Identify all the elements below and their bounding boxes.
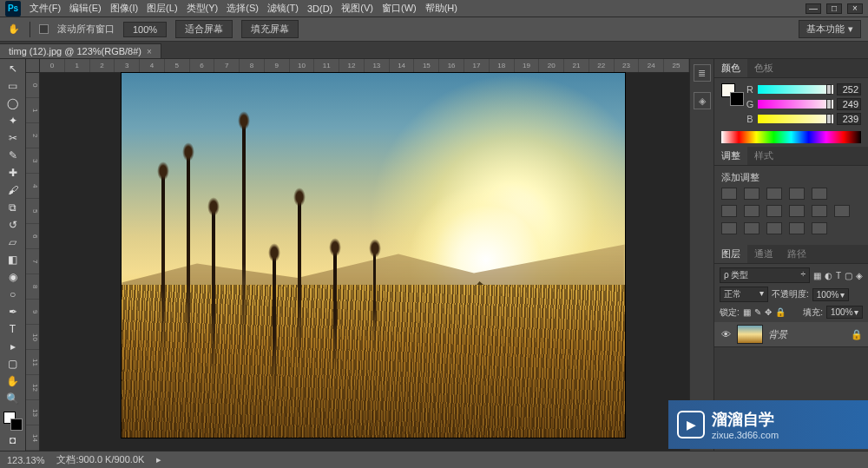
menu-type[interactable]: 类型(Y) xyxy=(187,2,219,15)
visibility-toggle-icon[interactable]: 👁 xyxy=(720,329,732,339)
status-chevron-icon[interactable]: ▸ xyxy=(156,454,161,465)
filter-adjust-icon[interactable]: ◐ xyxy=(825,271,832,280)
shape-tool-icon[interactable]: ▢ xyxy=(3,356,23,372)
menu-3d[interactable]: 3D(D) xyxy=(307,3,332,14)
scroll-all-checkbox[interactable] xyxy=(39,24,49,34)
layer-row-background[interactable]: 👁 背景 🔒 xyxy=(714,322,868,347)
bw-adjust-icon[interactable] xyxy=(766,205,782,217)
eraser-tool-icon[interactable]: ▱ xyxy=(3,234,23,250)
status-zoom[interactable]: 123.13% xyxy=(7,455,44,465)
magic-wand-tool-icon[interactable]: ✦ xyxy=(3,113,23,129)
gradient-map-adjust-icon[interactable] xyxy=(789,222,805,234)
pen-tool-icon[interactable]: ✒ xyxy=(3,304,23,320)
quick-mask-icon[interactable]: ◘ xyxy=(3,432,23,448)
menu-view[interactable]: 视图(V) xyxy=(341,2,373,15)
menu-edit[interactable]: 编辑(E) xyxy=(69,2,102,15)
curves-adjust-icon[interactable] xyxy=(766,188,782,200)
dodge-tool-icon[interactable]: ○ xyxy=(3,287,23,302)
filter-smart-icon[interactable]: ◈ xyxy=(856,271,863,280)
filter-pixel-icon[interactable]: ▦ xyxy=(813,271,821,280)
vibrance-adjust-icon[interactable] xyxy=(812,188,827,200)
exposure-adjust-icon[interactable] xyxy=(789,188,805,200)
layers-panel-tab[interactable]: 图层 xyxy=(714,245,747,263)
menu-image[interactable]: 图像(I) xyxy=(110,2,138,15)
balance-adjust-icon[interactable] xyxy=(744,205,760,217)
window-maximize-button[interactable]: □ xyxy=(826,3,842,14)
invert-adjust-icon[interactable] xyxy=(721,222,737,234)
healing-brush-tool-icon[interactable]: ✚ xyxy=(3,165,23,181)
marquee-tool-icon[interactable]: ▭ xyxy=(3,78,23,94)
fill-screen-button[interactable]: 填充屏幕 xyxy=(241,20,299,38)
threshold-adjust-icon[interactable] xyxy=(766,222,782,234)
zoom-tool-icon[interactable]: 🔍 xyxy=(3,391,23,406)
photo-filter-adjust-icon[interactable] xyxy=(789,205,805,217)
r-value-field[interactable]: 252 xyxy=(837,83,861,96)
paths-panel-tab[interactable]: 路径 xyxy=(780,245,813,263)
workspace-switcher[interactable]: 基本功能▾ xyxy=(799,20,861,38)
b-slider[interactable] xyxy=(758,115,833,123)
color-panel-tab[interactable]: 颜色 xyxy=(714,59,747,77)
filter-shape-icon[interactable]: ▢ xyxy=(845,271,852,280)
clone-stamp-tool-icon[interactable]: ⧉ xyxy=(3,200,23,215)
channel-mixer-adjust-icon[interactable] xyxy=(812,205,827,217)
layer-thumbnail[interactable] xyxy=(737,325,763,344)
canvas-image[interactable] xyxy=(122,73,625,438)
filter-type-icon[interactable]: T xyxy=(836,271,841,280)
channels-panel-tab[interactable]: 通道 xyxy=(747,245,780,263)
menu-window[interactable]: 窗口(W) xyxy=(382,2,417,15)
lock-transparency-icon[interactable]: ▦ xyxy=(743,307,751,317)
selective-color-adjust-icon[interactable] xyxy=(812,222,827,234)
levels-adjust-icon[interactable] xyxy=(744,188,760,200)
ruler-vertical[interactable]: 01234567891011121314 xyxy=(26,73,40,451)
properties-panel-icon[interactable]: ◈ xyxy=(694,92,711,109)
color-swatches-icon[interactable] xyxy=(3,412,23,431)
opacity-field[interactable]: 100%▾ xyxy=(812,288,849,301)
swatches-panel-tab[interactable]: 色板 xyxy=(747,59,780,77)
ruler-origin[interactable] xyxy=(26,59,40,73)
brightness-adjust-icon[interactable] xyxy=(721,188,737,200)
menu-file[interactable]: 文件(F) xyxy=(30,2,61,15)
history-panel-icon[interactable]: ≣ xyxy=(694,64,711,82)
document-tab[interactable]: timg (12).jpg @ 123%(RGB/8#) × xyxy=(0,43,161,58)
path-select-tool-icon[interactable]: ▸ xyxy=(3,339,23,354)
menu-filter[interactable]: 滤镜(T) xyxy=(267,2,299,15)
close-tab-icon[interactable]: × xyxy=(147,47,152,56)
menu-help[interactable]: 帮助(H) xyxy=(425,2,457,15)
styles-panel-tab[interactable]: 样式 xyxy=(747,147,780,165)
lock-position-icon[interactable]: ✥ xyxy=(765,307,772,317)
zoom-level-field[interactable]: 100% xyxy=(123,22,167,37)
color-spectrum[interactable] xyxy=(721,131,861,143)
eyedropper-tool-icon[interactable]: ✎ xyxy=(3,148,23,163)
ruler-horizontal[interactable]: 0123456789101112131415161718192021222324… xyxy=(40,59,689,73)
move-tool-icon[interactable]: ↖ xyxy=(3,61,23,76)
blur-tool-icon[interactable]: ◉ xyxy=(3,269,23,285)
b-value-field[interactable]: 239 xyxy=(837,113,861,125)
window-close-button[interactable]: × xyxy=(847,3,863,14)
layer-filter-type[interactable]: ρ 类型÷ xyxy=(720,267,810,283)
lock-pixels-icon[interactable]: ✎ xyxy=(754,307,761,317)
adjustments-panel-tab[interactable]: 调整 xyxy=(714,147,747,165)
hand-tool-icon[interactable]: ✋ xyxy=(7,23,21,36)
status-doc-size[interactable]: 文档:900.0 K/900.0K xyxy=(56,453,144,466)
hue-adjust-icon[interactable] xyxy=(721,205,737,217)
canvas-area[interactable]: 0123456789101112131415161718192021222324… xyxy=(26,59,689,451)
menu-layer[interactable]: 图层(L) xyxy=(147,2,177,15)
lasso-tool-icon[interactable]: ◯ xyxy=(3,96,23,111)
history-brush-tool-icon[interactable]: ↺ xyxy=(3,217,23,233)
fill-field[interactable]: 100%▾ xyxy=(826,306,863,319)
gradient-tool-icon[interactable]: ◧ xyxy=(3,252,23,267)
menu-select[interactable]: 选择(S) xyxy=(227,2,259,15)
brush-tool-icon[interactable]: 🖌 xyxy=(3,182,23,198)
layer-name[interactable]: 背景 xyxy=(768,328,845,341)
window-minimize-button[interactable]: — xyxy=(806,3,821,14)
posterize-adjust-icon[interactable] xyxy=(744,222,760,234)
g-slider[interactable] xyxy=(758,100,833,109)
crop-tool-icon[interactable]: ✂ xyxy=(3,130,23,146)
color-panel-swatches[interactable] xyxy=(721,83,744,106)
lut-adjust-icon[interactable] xyxy=(834,205,850,217)
blend-mode-select[interactable]: 正常▾ xyxy=(720,287,768,302)
r-slider[interactable] xyxy=(758,85,833,94)
hand-tool-toolbox-icon[interactable]: ✋ xyxy=(3,373,23,389)
g-value-field[interactable]: 249 xyxy=(837,98,861,110)
type-tool-icon[interactable]: T xyxy=(3,321,23,337)
